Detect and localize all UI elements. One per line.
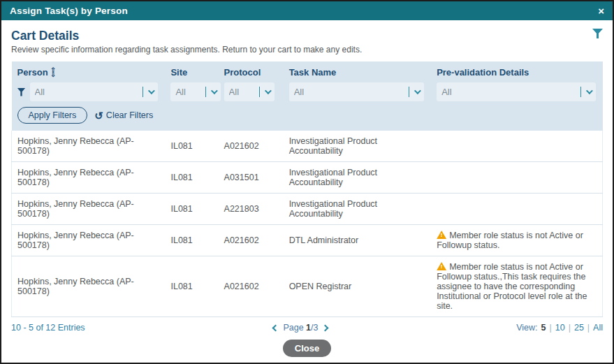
table-footer: 10 - 5 of 12 Entries Page 1/3 View: 5 | …	[11, 323, 603, 333]
prevalidation-cell	[431, 162, 602, 194]
view-option-5[interactable]: 5	[541, 323, 546, 333]
task-cell: DTL Administrator	[284, 225, 432, 256]
site-cell: IL081	[165, 162, 218, 194]
clear-filters-label: Clear Filters	[106, 110, 153, 120]
clear-filters-button[interactable]: ↺ Clear Filters	[94, 110, 153, 121]
chevron-down-icon	[265, 87, 272, 94]
protocol-cell: A021602	[219, 131, 284, 162]
protocol-cell: A021602	[219, 225, 284, 256]
view-options: View: 5 | 10 | 25 | All	[516, 323, 603, 333]
total-pages: /3	[311, 323, 318, 333]
table-body: Hopkins, Jenny Rebecca (AP-500178)IL081A…	[12, 131, 603, 317]
chevron-down-icon	[585, 87, 592, 94]
column-person: Person ⇧⇩	[12, 61, 166, 80]
warning-icon: !	[437, 262, 446, 270]
prevalidation-cell	[431, 131, 602, 162]
filter-funnel-icon[interactable]	[592, 29, 603, 38]
prevalidation-cell: !Member role status is not Active or Fol…	[431, 256, 602, 317]
task-cell: Investigational Product Accountability	[284, 194, 432, 225]
prevalidation-text: Member role status is not Active or Foll…	[437, 231, 583, 250]
close-button[interactable]: Close	[283, 340, 331, 357]
site-filter-dropdown[interactable]: All	[170, 82, 221, 101]
site-cell: IL081	[165, 256, 218, 317]
protocol-filter-value: All	[229, 87, 256, 97]
site-cell: IL081	[165, 225, 218, 256]
column-protocol: Protocol	[219, 61, 284, 80]
prevalidation-filter-value: All	[441, 87, 577, 97]
site-cell: IL081	[165, 131, 218, 162]
site-filter-value: All	[175, 87, 203, 97]
site-cell: IL081	[165, 194, 218, 225]
prevalidation-cell: !Member role status is not Active or Fol…	[431, 225, 602, 256]
page-subtitle: Review specific information regarding ta…	[11, 45, 362, 54]
column-site: Site	[165, 61, 218, 80]
next-page-icon[interactable]	[322, 324, 329, 331]
modal-titlebar: Assign Task(s) by Person ×	[1, 1, 613, 20]
chevron-down-icon	[414, 87, 421, 94]
prevalidation-text: Member role status is not Active or Foll…	[437, 262, 587, 311]
person-cell: Hopkins, Jenny Rebecca (AP-500178)	[12, 256, 166, 317]
view-option-10[interactable]: 10	[555, 323, 565, 333]
table-row: Hopkins, Jenny Rebecca (AP-500178)IL081A…	[12, 256, 603, 317]
warning-icon: !	[437, 231, 446, 239]
pagination: Page 1/3	[273, 323, 328, 333]
person-filter-funnel-icon	[17, 88, 26, 96]
task-cell: OPEN Registrar	[284, 256, 432, 317]
table-row: Hopkins, Jenny Rebecca (AP-500178)IL081A…	[12, 225, 603, 256]
previous-page-icon[interactable]	[272, 324, 279, 331]
table-row: Hopkins, Jenny Rebecca (AP-500178)IL081A…	[12, 194, 603, 225]
cart-details-table: Person ⇧⇩ Site Protocol Task Name Pre-va…	[11, 61, 603, 317]
person-cell: Hopkins, Jenny Rebecca (AP-500178)	[12, 225, 166, 256]
table-row: Hopkins, Jenny Rebecca (AP-500178)IL081A…	[12, 131, 603, 162]
task-name-filter-value: All	[294, 87, 407, 97]
page-indicator: Page 1/3	[283, 323, 318, 333]
current-page: 1	[306, 323, 311, 333]
entries-count: 10 - 5 of 12 Entries	[11, 323, 85, 333]
chevron-down-icon	[148, 87, 155, 94]
task-cell: Investigational Product Accountability	[284, 131, 432, 162]
column-prevalidation: Pre-validation Details	[431, 61, 602, 80]
modal-actions: Close	[1, 333, 613, 364]
task-cell: Investigational Product Accountability	[284, 162, 432, 194]
sort-icon[interactable]: ⇧⇩	[51, 68, 57, 78]
cart-details-header: Cart Details Review specific information…	[11, 29, 362, 54]
column-header-row: Person ⇧⇩ Site Protocol Task Name Pre-va…	[12, 61, 603, 80]
person-cell: Hopkins, Jenny Rebecca (AP-500178)	[12, 162, 166, 194]
view-option-all[interactable]: All	[593, 323, 603, 333]
prevalidation-cell	[431, 194, 602, 225]
undo-icon: ↺	[94, 110, 103, 121]
person-filter-dropdown[interactable]: All	[30, 82, 159, 101]
assign-tasks-modal: Assign Task(s) by Person × Cart Details …	[0, 0, 614, 364]
prevalidation-filter-dropdown[interactable]: All	[437, 82, 595, 101]
apply-filters-button[interactable]: Apply Filters	[17, 107, 88, 124]
person-cell: Hopkins, Jenny Rebecca (AP-500178)	[12, 194, 166, 225]
column-person-label: Person	[17, 67, 48, 78]
modal-title: Assign Task(s) by Person	[10, 6, 128, 16]
page-title: Cart Details	[11, 29, 362, 43]
view-option-25[interactable]: 25	[574, 323, 584, 333]
person-filter-value: All	[35, 87, 140, 97]
column-task-name: Task Name	[284, 61, 432, 80]
protocol-cell: A221803	[219, 194, 284, 225]
person-cell: Hopkins, Jenny Rebecca (AP-500178)	[12, 131, 166, 162]
apply-filters-row: Apply Filters ↺ Clear Filters	[12, 105, 603, 131]
close-icon[interactable]: ×	[598, 6, 604, 16]
filter-row: All All	[12, 80, 603, 105]
protocol-cell: A031501	[219, 162, 284, 194]
task-name-filter-dropdown[interactable]: All	[289, 82, 425, 101]
view-label: View:	[516, 323, 537, 333]
chevron-down-icon	[211, 87, 218, 94]
modal-body: Cart Details Review specific information…	[1, 20, 613, 333]
protocol-filter-dropdown[interactable]: All	[224, 82, 275, 101]
protocol-cell: A021602	[219, 256, 284, 317]
table-row: Hopkins, Jenny Rebecca (AP-500178)IL081A…	[12, 162, 603, 194]
